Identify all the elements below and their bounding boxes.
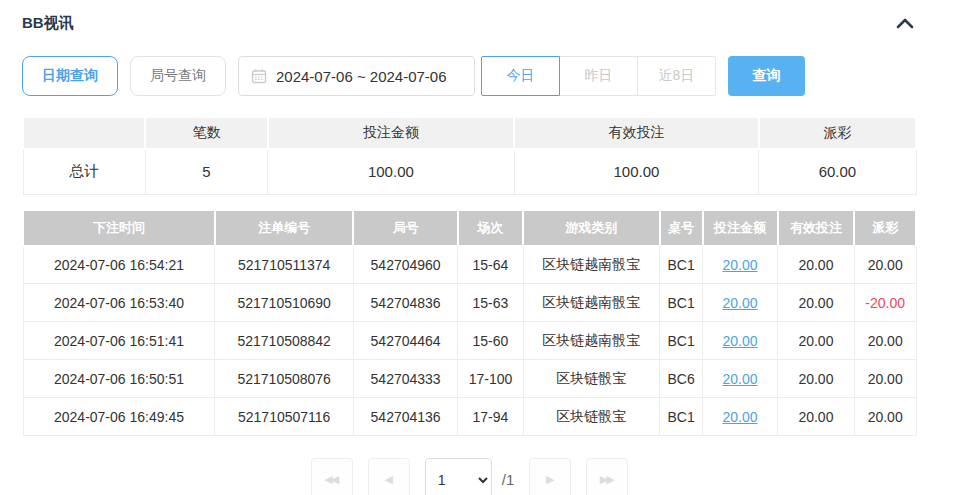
order-id: 521710510690 xyxy=(215,284,353,322)
filter-row: 日期查询 局号查询 2024-07-06 ~ 2024-07-06 今日 昨日 … xyxy=(22,56,917,96)
page-select[interactable]: 1 xyxy=(425,458,492,495)
next-page-icon: ▶ xyxy=(546,473,552,486)
quick-btn-today[interactable]: 今日 xyxy=(481,56,560,96)
payout: 20.00 xyxy=(854,246,916,284)
col-table-id: 桌号 xyxy=(660,210,703,246)
summary-header-row: 笔数 投注金额 有效投注 派彩 xyxy=(23,117,916,149)
table-row: 2024-07-06 16:53:40 521710510690 5427048… xyxy=(23,284,916,322)
round-id: 542704464 xyxy=(353,322,457,360)
order-id: 521710508076 xyxy=(215,360,353,398)
col-session: 场次 xyxy=(458,210,523,246)
col-order-id: 注单编号 xyxy=(215,210,353,246)
round-id: 542704960 xyxy=(353,246,457,284)
bet-time: 2024-07-06 16:51:41 xyxy=(23,322,215,360)
game-type: 区块链骰宝 xyxy=(523,360,660,398)
valid-bet: 20.00 xyxy=(778,284,855,322)
order-id: 521710511374 xyxy=(215,246,353,284)
session: 15-60 xyxy=(458,322,523,360)
game-type: 区块链骰宝 xyxy=(523,398,660,436)
first-page-icon: ◀◀ xyxy=(324,473,337,486)
round-id: 542704136 xyxy=(353,398,457,436)
bet-amount-link[interactable]: 20.00 xyxy=(723,257,758,273)
bet-time: 2024-07-06 16:49:45 xyxy=(23,398,215,436)
col-round-id: 局号 xyxy=(353,210,457,246)
summary-header-valid-bet: 有效投注 xyxy=(514,117,759,149)
first-page-button[interactable]: ◀◀ xyxy=(311,458,353,495)
summary-total-bet-amount: 100.00 xyxy=(268,149,514,194)
quick-range-group: 今日 昨日 近8日 xyxy=(481,56,716,96)
table-row: 2024-07-06 16:54:21 521710511374 5427049… xyxy=(23,246,916,284)
panel-header: BB视讯 xyxy=(22,14,917,33)
last-page-button[interactable]: ▶▶ xyxy=(586,458,628,495)
summary-header-count: 笔数 xyxy=(145,117,267,149)
col-bet-amount: 投注金额 xyxy=(703,210,778,246)
game-type: 区块链越南骰宝 xyxy=(523,284,660,322)
payout: -20.00 xyxy=(854,284,916,322)
payout: 20.00 xyxy=(854,360,916,398)
summary-total-count: 5 xyxy=(145,149,267,194)
prev-page-icon: ◀ xyxy=(385,473,391,486)
bet-amount-link[interactable]: 20.00 xyxy=(723,295,758,311)
table-row: 2024-07-06 16:49:45 521710507116 5427041… xyxy=(23,398,916,436)
session: 17-100 xyxy=(458,360,523,398)
tab-round-query[interactable]: 局号查询 xyxy=(130,56,226,96)
table-id: BC1 xyxy=(660,398,703,436)
round-id: 542704836 xyxy=(353,284,457,322)
summary-total-valid-bet: 100.00 xyxy=(514,149,759,194)
date-range-value: 2024-07-06 ~ 2024-07-06 xyxy=(276,68,447,85)
game-type: 区块链越南骰宝 xyxy=(523,322,660,360)
bet-time: 2024-07-06 16:50:51 xyxy=(23,360,215,398)
table-row: 2024-07-06 16:50:51 521710508076 5427043… xyxy=(23,360,916,398)
chevron-up-icon xyxy=(895,19,915,34)
payout: 20.00 xyxy=(854,398,916,436)
bet-time: 2024-07-06 16:53:40 xyxy=(23,284,215,322)
valid-bet: 20.00 xyxy=(778,360,855,398)
table-id: BC6 xyxy=(660,360,703,398)
round-id: 542704333 xyxy=(353,360,457,398)
session: 15-64 xyxy=(458,246,523,284)
bet-records-table: 下注时间 注单编号 局号 场次 游戏类别 桌号 投注金额 有效投注 派彩 202… xyxy=(22,209,917,437)
payout: 20.00 xyxy=(854,322,916,360)
summary-total-label: 总计 xyxy=(23,149,145,194)
session: 15-63 xyxy=(458,284,523,322)
valid-bet: 20.00 xyxy=(778,246,855,284)
search-button[interactable]: 查询 xyxy=(728,56,805,96)
valid-bet: 20.00 xyxy=(778,322,855,360)
col-game-type: 游戏类别 xyxy=(523,210,660,246)
bb-video-panel: BB视讯 日期查询 局号查询 2024-07-06 ~ 2024-07-06 xyxy=(22,0,917,495)
valid-bet: 20.00 xyxy=(778,398,855,436)
table-row: 2024-07-06 16:51:41 521710508842 5427044… xyxy=(23,322,916,360)
prev-page-button[interactable]: ◀ xyxy=(368,458,410,495)
pagination: ◀◀ ◀ 1 /1 ▶ ▶▶ xyxy=(22,458,917,495)
panel-title: BB视讯 xyxy=(22,14,74,33)
summary-header-blank xyxy=(23,117,145,149)
summary-total-row: 总计 5 100.00 100.00 60.00 xyxy=(23,149,916,194)
summary-header-payout: 派彩 xyxy=(759,117,916,149)
summary-header-bet-amount: 投注金额 xyxy=(268,117,514,149)
table-id: BC1 xyxy=(660,246,703,284)
total-pages-label: /1 xyxy=(502,458,515,495)
records-header-row: 下注时间 注单编号 局号 场次 游戏类别 桌号 投注金额 有效投注 派彩 xyxy=(23,210,916,246)
summary-table: 笔数 投注金额 有效投注 派彩 总计 5 100.00 100.00 60.00 xyxy=(22,116,917,195)
table-id: BC1 xyxy=(660,284,703,322)
order-id: 521710507116 xyxy=(215,398,353,436)
col-valid-bet: 有效投注 xyxy=(778,210,855,246)
summary-total-payout: 60.00 xyxy=(759,149,916,194)
col-payout: 派彩 xyxy=(854,210,916,246)
table-id: BC1 xyxy=(660,322,703,360)
game-type: 区块链越南骰宝 xyxy=(523,246,660,284)
last-page-icon: ▶▶ xyxy=(600,473,613,486)
bet-time: 2024-07-06 16:54:21 xyxy=(23,246,215,284)
tab-date-query[interactable]: 日期查询 xyxy=(22,56,118,96)
next-page-button[interactable]: ▶ xyxy=(529,458,571,495)
bet-amount-link[interactable]: 20.00 xyxy=(723,371,758,387)
date-range-input[interactable]: 2024-07-06 ~ 2024-07-06 xyxy=(238,56,475,96)
quick-btn-last8days[interactable]: 近8日 xyxy=(637,56,716,96)
order-id: 521710508842 xyxy=(215,322,353,360)
calendar-icon xyxy=(251,68,267,84)
bet-amount-link[interactable]: 20.00 xyxy=(723,409,758,425)
quick-btn-yesterday[interactable]: 昨日 xyxy=(559,56,638,96)
collapse-button[interactable] xyxy=(893,15,917,33)
bet-amount-link[interactable]: 20.00 xyxy=(723,333,758,349)
session: 17-94 xyxy=(458,398,523,436)
